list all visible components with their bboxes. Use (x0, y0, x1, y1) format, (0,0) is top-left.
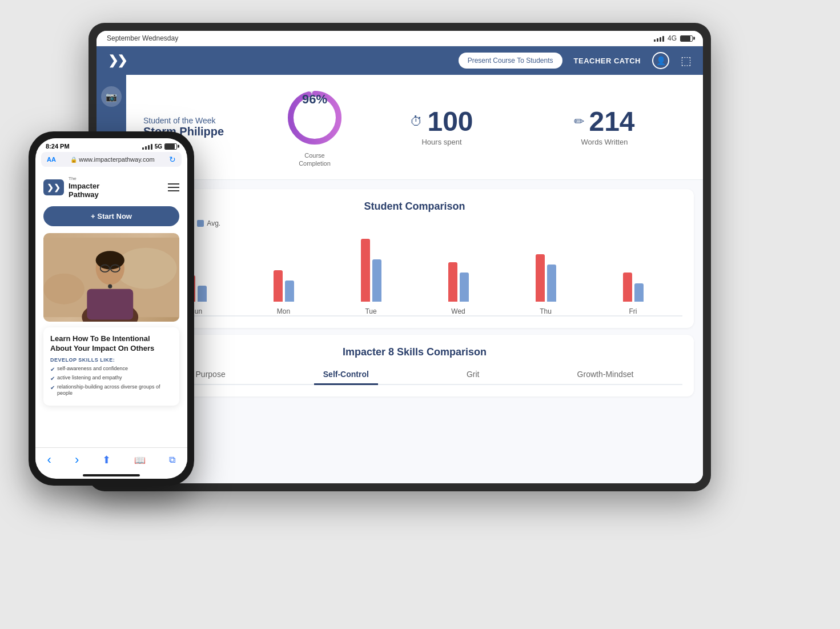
battery-fill (681, 36, 690, 41)
bar-group-mon: Mon (274, 233, 294, 315)
forward-button[interactable]: › (75, 452, 79, 467)
avg-bar-tue (372, 259, 381, 301)
bar-pair-mon (274, 233, 294, 302)
hours-number: 100 (427, 108, 473, 135)
student-week-label: Student of the Week (143, 116, 269, 125)
battery-icon (680, 35, 693, 42)
phone-status-right: 5G (142, 143, 177, 150)
avg-bar-wed (460, 273, 469, 301)
phone-screen: 8:24 PM 5G AA 🔒 www.impacterpathway.com (35, 138, 187, 479)
hours-label: Hours spent (421, 138, 461, 146)
network-label: 4G (668, 34, 677, 42)
hamburger-menu-icon[interactable] (168, 183, 179, 191)
logo-arrow-icon: ❯❯ (108, 53, 126, 68)
hero-illustration (43, 233, 179, 322)
student-bar-mon (274, 270, 283, 302)
bookmarks-icon[interactable]: 📖 (134, 455, 146, 466)
pencil-icon: ✏ (574, 114, 584, 129)
tablet-status-bar: September Wednesday 4G (97, 31, 703, 46)
back-button[interactable]: ‹ (47, 452, 51, 467)
tablet-content-area: Student of the Week Storm Philippe (126, 75, 703, 483)
skill-text: relationship-building across diverse gro… (57, 384, 172, 397)
reload-icon[interactable]: ↻ (169, 155, 176, 164)
phone-battery-icon (164, 143, 177, 150)
skill-item: ✔active listening and empathy (50, 375, 172, 382)
profile-icon[interactable]: 👤 (652, 52, 669, 69)
skills-title: Impacter 8 Skills Comparison (147, 346, 682, 358)
phone-url[interactable]: www.impacterpathway.com (79, 156, 154, 163)
avg-bar-mon (285, 281, 294, 302)
skill-text: active listening and empathy (57, 375, 122, 382)
bar-day-label-mon: Mon (277, 307, 290, 315)
phone-network: 5G (155, 143, 162, 150)
avg-bar-thu (547, 265, 556, 301)
phone-brand-line1: Impacter (69, 182, 99, 191)
phone-logo-icon: ❯❯ (43, 179, 64, 195)
lock-icon: 🔒 (70, 157, 77, 163)
tablet-status-right: 4G (654, 34, 693, 42)
bar-chart: SunMonTueWedThuFri (147, 237, 682, 316)
skill-tab-self-control[interactable]: Self-Control (314, 365, 378, 385)
phone-aa-label[interactable]: AA (47, 156, 56, 163)
hours-spent-stat: ⏱ 100 Hours spent (360, 108, 523, 146)
phone-time: 8:24 PM (46, 143, 70, 150)
phone-hero-image (43, 233, 179, 322)
legend-avg: Avg. (197, 219, 220, 227)
present-course-button[interactable]: Present Course To Students (459, 53, 562, 69)
skills-comparison-section: Impacter 8 Skills Comparison PurposeSelf… (135, 335, 694, 396)
skill-tab-grit[interactable]: Grit (457, 365, 489, 384)
phone-brand: The Impacter Pathway (69, 176, 99, 199)
phone-brand-the: The (69, 176, 99, 182)
bar-pair-wed (448, 233, 469, 302)
words-number: 214 (589, 108, 634, 135)
legend-blue-dot (197, 220, 204, 227)
bar-day-label-tue: Tue (365, 307, 376, 315)
nav-logo: ❯❯ (108, 53, 126, 68)
tabs-icon[interactable]: ⧉ (169, 455, 175, 465)
check-icon: ✔ (50, 366, 55, 373)
bar-pair-fri (623, 233, 644, 302)
skill-tab-growth-mindset[interactable]: Growth-Mindset (568, 365, 643, 384)
student-bar-tue (361, 239, 370, 302)
share-icon[interactable]: ⬆ (102, 454, 111, 466)
check-icon: ✔ (50, 384, 55, 391)
phone-content: ❯❯ The Impacter Pathway + Start Now (35, 170, 187, 447)
teacher-catch-label: TEACHER CATCH (574, 57, 641, 65)
skill-text: self-awareness and confidence (57, 366, 128, 372)
phone-skill-list: ✔self-awareness and confidence✔active li… (50, 366, 172, 397)
svg-point-9 (108, 284, 112, 288)
exit-icon[interactable]: ⬚ (681, 54, 692, 67)
bar-pair-tue (361, 233, 381, 302)
tablet-date: September Wednesday (107, 34, 178, 42)
bar-group-thu: Thu (536, 233, 556, 315)
chart-legend: nt Name Avg. (147, 219, 682, 227)
bar-day-label-thu: Thu (540, 307, 552, 315)
legend-avg-label: Avg. (207, 219, 220, 227)
words-written-stat: ✏ 214 Words Written (523, 108, 686, 146)
svg-rect-8 (87, 289, 133, 319)
skill-item: ✔self-awareness and confidence (50, 366, 172, 373)
skill-item: ✔relationship-building across diverse gr… (50, 384, 172, 397)
student-bar-fri (623, 273, 632, 301)
course-completion-pct: 96% (292, 93, 337, 106)
phone-address-bar[interactable]: AA 🔒 www.impacterpathway.com ↻ (41, 152, 182, 167)
bar-group-tue: Tue (361, 233, 381, 315)
stats-row: Student of the Week Storm Philippe (126, 75, 703, 180)
phone-url-area: 🔒 www.impacterpathway.com (70, 156, 154, 163)
phone-logo-area: ❯❯ The Impacter Pathway (43, 176, 179, 199)
phone-device: 8:24 PM 5G AA 🔒 www.impacterpathway.com (29, 131, 194, 486)
student-bar-thu (536, 254, 545, 302)
donut-center: 96% (292, 93, 337, 106)
bar-group-wed: Wed (448, 233, 469, 315)
svg-point-4 (43, 274, 85, 305)
camera-icon[interactable]: 📷 (101, 86, 122, 107)
words-stat-row: ✏ 214 (574, 108, 634, 135)
home-indicator (83, 474, 140, 476)
course-completion-donut: 96% CourseCompletion (269, 86, 360, 168)
bar-pair-thu (536, 233, 556, 302)
tablet-navbar: ❯❯ Present Course To Students TEACHER CA… (97, 46, 703, 75)
start-now-button[interactable]: + Start Now (43, 206, 179, 226)
student-comparison-section: Student Comparison nt Name Avg. SunMonTu… (135, 189, 694, 328)
phone-battery-fill (165, 144, 175, 149)
words-label: Words Written (581, 138, 628, 146)
